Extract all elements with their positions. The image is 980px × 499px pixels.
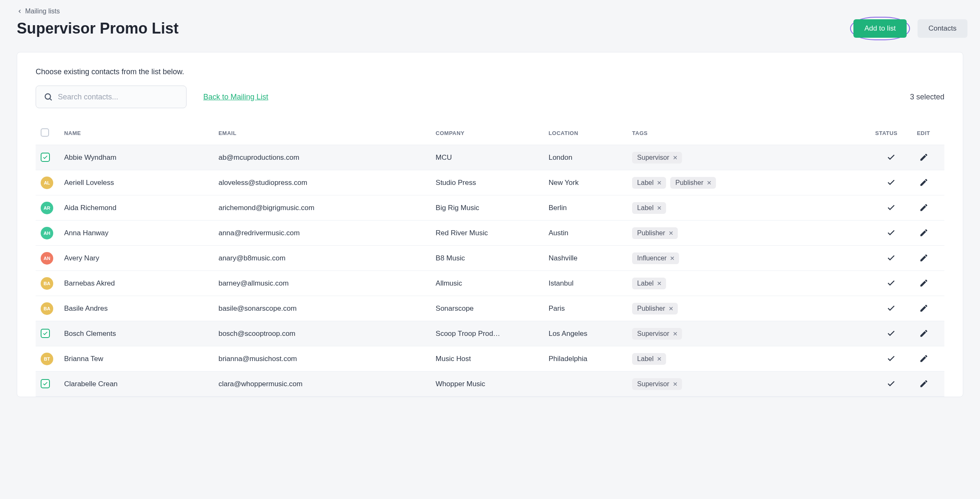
cell-email: barney@allmusic.com <box>213 271 430 296</box>
tag-remove-icon[interactable]: ✕ <box>669 305 674 312</box>
contacts-card: Choose existing contacts from the list b… <box>17 52 963 397</box>
tag-label: Label <box>637 280 653 287</box>
col-header-edit[interactable]: EDIT <box>902 122 944 145</box>
avatar[interactable]: AR <box>41 202 53 214</box>
row-checkbox[interactable] <box>41 379 50 388</box>
edit-button[interactable] <box>918 277 930 289</box>
edit-button[interactable] <box>918 352 930 365</box>
cell-email: brianna@musichost.com <box>213 346 430 372</box>
tag-remove-icon[interactable]: ✕ <box>673 381 678 387</box>
tag-remove-icon[interactable]: ✕ <box>657 179 662 186</box>
cell-company: Red River Music <box>430 221 543 246</box>
tag-label: Supervisor <box>637 380 669 388</box>
table-row: Clarabelle Creanclara@whoppermusic.comWh… <box>36 372 944 397</box>
cell-tags: Label✕ <box>627 346 852 372</box>
breadcrumb-back[interactable]: Mailing lists <box>17 8 963 15</box>
cell-email: bosch@scooptroop.com <box>213 321 430 346</box>
add-to-list-button[interactable]: Add to list <box>853 19 907 38</box>
avatar[interactable]: AH <box>41 227 53 239</box>
cell-email: aloveless@studiopress.com <box>213 170 430 195</box>
table-row: Bosch Clementsbosch@scooptroop.comScoop … <box>36 321 944 346</box>
table-row: ANAvery Naryanary@b8music.comB8 MusicNas… <box>36 246 944 271</box>
table-row: AHAnna Hanwayanna@redrivermusic.comRed R… <box>36 221 944 246</box>
edit-button[interactable] <box>918 176 930 189</box>
select-all-checkbox[interactable] <box>41 128 49 137</box>
edit-button[interactable] <box>918 226 930 239</box>
cell-tags: Publisher✕ <box>627 296 852 321</box>
tag-chip[interactable]: Label✕ <box>632 202 666 214</box>
status-check-icon <box>885 252 897 264</box>
tag-remove-icon[interactable]: ✕ <box>673 154 678 161</box>
avatar[interactable]: BA <box>41 277 53 290</box>
search-icon <box>44 92 53 101</box>
tag-remove-icon[interactable]: ✕ <box>670 255 675 262</box>
cell-name: Abbie Wyndham <box>59 145 213 170</box>
edit-button[interactable] <box>918 252 930 264</box>
status-check-icon <box>885 377 897 390</box>
cell-tags: Label✕ <box>627 195 852 221</box>
tag-remove-icon[interactable]: ✕ <box>657 280 662 287</box>
avatar[interactable]: BA <box>41 302 53 315</box>
search-input-wrap[interactable] <box>36 86 187 108</box>
avatar[interactable]: AN <box>41 252 53 265</box>
tag-remove-icon[interactable]: ✕ <box>657 356 662 362</box>
table-row: BTBrianna Tewbrianna@musichost.comMusic … <box>36 346 944 372</box>
tag-chip[interactable]: Label✕ <box>632 278 666 289</box>
tag-chip[interactable]: Publisher✕ <box>632 303 678 314</box>
table-row: Abbie Wyndhamab@mcuproductions.comMCULon… <box>36 145 944 170</box>
avatar[interactable]: BT <box>41 353 53 365</box>
contacts-button[interactable]: Contacts <box>918 19 967 38</box>
tag-label: Supervisor <box>637 330 669 338</box>
tag-chip[interactable]: Influencer✕ <box>632 252 679 264</box>
status-check-icon <box>885 327 897 340</box>
edit-button[interactable] <box>918 151 930 164</box>
edit-button[interactable] <box>918 327 930 340</box>
cell-name: Aida Richemond <box>59 195 213 221</box>
tag-chip[interactable]: Supervisor✕ <box>632 328 682 340</box>
tag-remove-icon[interactable]: ✕ <box>673 330 678 337</box>
cell-company: Scoop Troop Prod… <box>430 321 543 346</box>
cell-name: Brianna Tew <box>59 346 213 372</box>
tag-remove-icon[interactable]: ✕ <box>669 230 674 237</box>
tag-chip[interactable]: Publisher✕ <box>670 177 716 189</box>
tag-chip[interactable]: Supervisor✕ <box>632 152 682 164</box>
tag-label: Label <box>637 355 653 363</box>
back-to-mailing-list-link[interactable]: Back to Mailing List <box>203 93 268 101</box>
col-header-location[interactable]: LOCATION <box>544 122 627 145</box>
tag-chip[interactable]: Publisher✕ <box>632 227 678 239</box>
tag-remove-icon[interactable]: ✕ <box>707 179 712 186</box>
cell-tags: Supervisor✕ <box>627 145 852 170</box>
col-header-status[interactable]: STATUS <box>852 122 902 145</box>
tag-label: Publisher <box>637 229 665 237</box>
tag-chip[interactable]: Label✕ <box>632 177 666 189</box>
cell-email: ab@mcuproductions.com <box>213 145 430 170</box>
cell-name: Basile Andres <box>59 296 213 321</box>
col-header-tags[interactable]: TAGS <box>627 122 852 145</box>
tag-chip[interactable]: Supervisor✕ <box>632 378 682 390</box>
row-checkbox[interactable] <box>41 329 50 338</box>
cell-location: London <box>544 145 627 170</box>
cell-company: Whopper Music <box>430 372 543 397</box>
cell-company: Allmusic <box>430 271 543 296</box>
edit-button[interactable] <box>918 377 930 390</box>
tag-remove-icon[interactable]: ✕ <box>657 205 662 211</box>
svg-line-1 <box>50 99 52 100</box>
cell-location: Berlin <box>544 195 627 221</box>
cell-name: Barnebas Akred <box>59 271 213 296</box>
cell-company: B8 Music <box>430 246 543 271</box>
cell-tags: Supervisor✕ <box>627 372 852 397</box>
search-input[interactable] <box>58 93 179 101</box>
edit-button[interactable] <box>918 201 930 214</box>
tag-label: Influencer <box>637 255 666 262</box>
edit-button[interactable] <box>918 302 930 314</box>
cell-company: Sonarscope <box>430 296 543 321</box>
row-checkbox[interactable] <box>41 153 50 162</box>
page-title: Supervisor Promo List <box>17 20 179 37</box>
col-header-company[interactable]: COMPANY <box>430 122 543 145</box>
col-header-email[interactable]: EMAIL <box>213 122 430 145</box>
tag-chip[interactable]: Label✕ <box>632 353 666 365</box>
cell-tags: Label✕ <box>627 271 852 296</box>
avatar[interactable]: AL <box>41 177 53 189</box>
cell-company: MCU <box>430 145 543 170</box>
col-header-name[interactable]: NAME <box>59 122 213 145</box>
